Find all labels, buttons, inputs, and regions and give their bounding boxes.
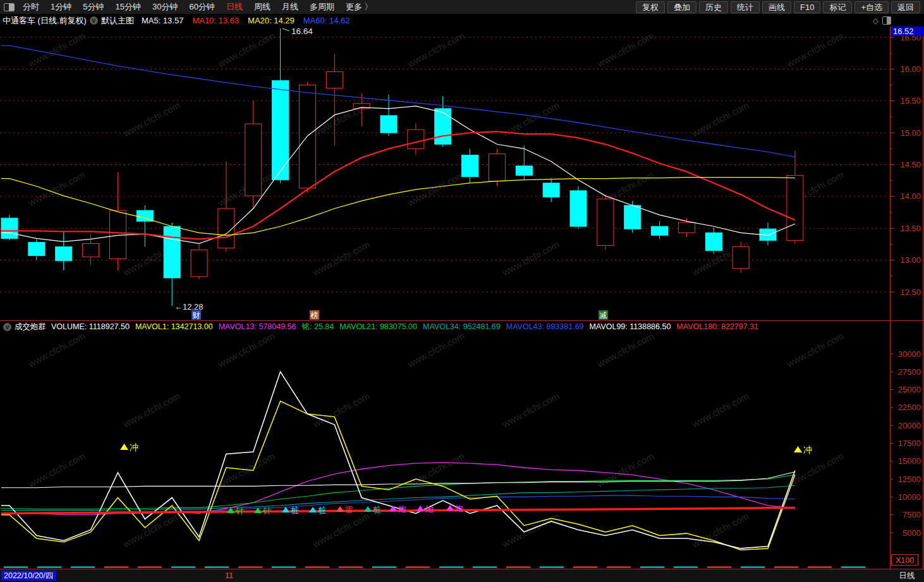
menu-item-分时[interactable]: 分时 <box>17 1 45 13</box>
vol-line-MAVOL1 <box>1 401 795 550</box>
menu-item-日线[interactable]: 日线 <box>221 1 248 13</box>
candle <box>462 155 478 176</box>
chong-label: 冲 <box>803 445 812 455</box>
signal-label: 桩 <box>317 506 326 515</box>
main-panel-selector[interactable]: 默认主图 <box>101 15 134 27</box>
candle <box>489 154 505 181</box>
price-axis-label: 15.50 <box>900 96 921 106</box>
candle <box>435 109 451 144</box>
menu-item-1分钟[interactable]: 1分钟 <box>45 1 77 13</box>
toolbar-button-标记[interactable]: 标记 <box>823 1 852 13</box>
volume-legend-item: 铭: 25.84 <box>301 322 334 331</box>
volume-legend-item: VOLUME: 1118927.50 <box>51 322 130 331</box>
menu-item-5分钟[interactable]: 5分钟 <box>77 1 109 13</box>
volume-axis-label: 30000 <box>898 349 921 359</box>
volume-axis-label: 5000 <box>903 528 921 538</box>
volume-axis-label: 25000 <box>898 385 921 394</box>
volume-legend: VOLUME: 1118927.50MAVOL1: 1342713.00MAVO… <box>51 322 764 332</box>
volume-legend-item: MAVOL180: 822797.31 <box>676 322 758 331</box>
price-axis-label: 14.00 <box>900 191 921 201</box>
volume-header: v 成交炮群 VOLUME: 1118927.50MAVOL1: 1342713… <box>0 322 889 332</box>
volume-axis-label: 12500 <box>898 475 921 484</box>
ma-legend-item: MA10: 13.63 <box>192 16 239 25</box>
chart-canvas[interactable]: 16.5016.0015.5015.0014.5014.0013.5013.00… <box>0 0 924 582</box>
volume-legend-item: MAVOL13: 578049.56 <box>219 322 296 331</box>
candle <box>787 176 803 241</box>
menu-item-30分钟[interactable]: 30分钟 <box>147 1 183 13</box>
signal-label: 炮 <box>398 504 406 514</box>
topbar: 分时1分钟5分钟15分钟30分钟60分钟日线周线月线多周期更多 〉 复权叠加历史… <box>0 0 924 14</box>
signal-label: 针 <box>236 506 244 516</box>
menu-item-多周期[interactable]: 多周期 <box>304 1 340 13</box>
candle <box>408 130 424 149</box>
signal-label: 针 <box>263 506 271 516</box>
candle <box>380 116 397 133</box>
volume-legend-item: MAVOL1: 1342713.00 <box>135 322 213 331</box>
high-pointer <box>283 28 289 31</box>
chong-label: 冲 <box>130 442 138 452</box>
toolbar-button-画线[interactable]: 画线 <box>762 1 791 13</box>
toolbar-button-统计[interactable]: 统计 <box>731 1 760 13</box>
candle <box>516 166 532 176</box>
price-axis-label: 13.50 <box>900 224 921 233</box>
topbar-right-menu: 复权叠加历史统计画线F10标记+自选返回 <box>635 1 924 13</box>
volume-panel-title[interactable]: 成交炮群 <box>15 322 46 332</box>
volume-axis-label: 27500 <box>898 367 921 377</box>
price-tag-value: 16.52 <box>893 27 914 36</box>
high-annotation: 16.64 <box>291 27 313 36</box>
candle <box>705 233 722 250</box>
chevron-down-icon[interactable]: v <box>90 16 98 25</box>
toolbar-button-历史[interactable]: 历史 <box>699 1 728 13</box>
chevron-down-icon[interactable]: v <box>3 323 11 331</box>
volume-legend-item: MAVOL34: 952481.69 <box>423 322 501 331</box>
chong-triangle-icon <box>120 444 128 450</box>
signal-label: 桩 <box>372 505 381 514</box>
bottom-bar: 2022/10/20/四 11 日线 <box>0 569 924 582</box>
candle <box>543 183 559 197</box>
candle <box>245 124 262 196</box>
ma-legend-item: MA60: 14.62 <box>303 16 350 25</box>
price-axis-label: 13.00 <box>900 255 921 265</box>
vol-line-VOLUME <box>1 372 795 549</box>
candle <box>83 243 99 257</box>
candle <box>597 199 614 246</box>
ma-legend-item: MA5: 13.57 <box>142 16 184 25</box>
candle <box>733 246 749 268</box>
signal-label: 炮 <box>425 504 434 514</box>
candle <box>299 85 315 188</box>
event-tag-label: 减 <box>600 311 607 320</box>
price-axis-label: 14.50 <box>900 160 921 169</box>
candle <box>191 250 207 277</box>
menu-item-更多 〉[interactable]: 更多 〉 <box>340 1 379 13</box>
price-axis-label: 16.00 <box>900 64 921 74</box>
toolbar-button-复权[interactable]: 复权 <box>636 1 665 13</box>
volume-legend-item: MAVOL43: 893381.69 <box>506 322 584 331</box>
menu-item-周线[interactable]: 周线 <box>248 1 276 13</box>
toolbar-button-F10[interactable]: F10 <box>794 1 820 13</box>
toolbar-button-+自选[interactable]: +自选 <box>854 1 889 13</box>
signal-triangle-icon <box>416 506 424 511</box>
low-annotation: ←12.28 <box>174 302 204 312</box>
menu-item-15分钟[interactable]: 15分钟 <box>109 1 146 13</box>
candle <box>272 81 289 180</box>
toolbar-button-叠加[interactable]: 叠加 <box>667 1 696 13</box>
toolbar-button-返回[interactable]: 返回 <box>891 1 920 13</box>
menu-item-月线[interactable]: 月线 <box>276 1 304 13</box>
menu-item-60分钟[interactable]: 60分钟 <box>183 1 220 13</box>
signal-triangle-icon <box>446 505 454 511</box>
signal-triangle-icon <box>336 506 344 512</box>
volume-axis-label: 22500 <box>898 403 921 412</box>
vol-line-MAVOL99 <box>1 472 795 488</box>
period-label[interactable]: 日线 <box>890 569 924 582</box>
diamond-icon[interactable]: ◇ <box>873 16 878 25</box>
bar-count-label: 11 <box>225 571 233 581</box>
volume-axis-label: 7500 <box>903 510 921 519</box>
volume-legend-item: MAVOL99: 1138886.50 <box>590 322 671 331</box>
app-icon <box>4 3 15 11</box>
titlebar: 中通客车 (日线.前复权) v 默认主图 MA5: 13.57MA10: 13.… <box>0 15 924 27</box>
candle <box>652 226 668 235</box>
stock-title: 中通客车 (日线.前复权) <box>3 15 87 27</box>
split-window-icon[interactable] <box>882 16 891 25</box>
signal-label: 雷 <box>345 505 353 514</box>
candle <box>1 218 18 238</box>
